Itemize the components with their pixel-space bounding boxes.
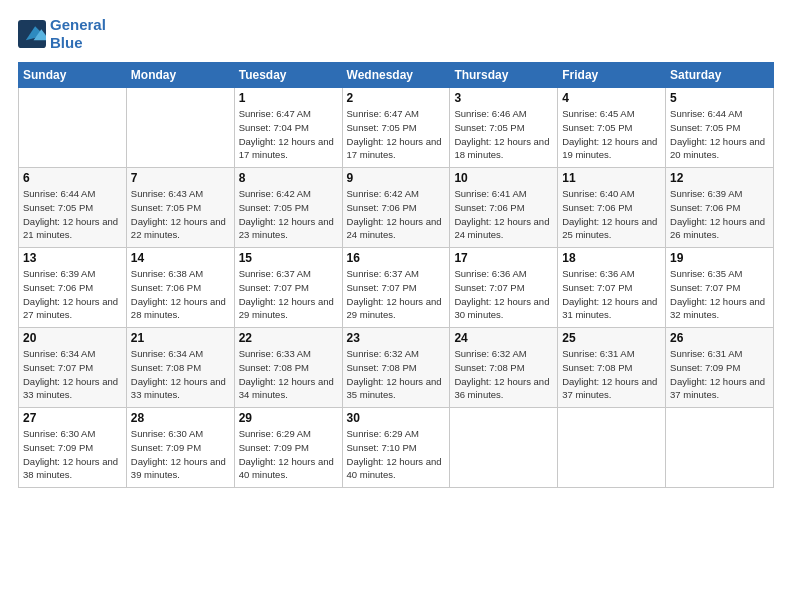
day-number: 23 — [347, 331, 446, 345]
day-number: 6 — [23, 171, 122, 185]
day-info: Sunrise: 6:47 AMSunset: 7:04 PMDaylight:… — [239, 107, 338, 162]
calendar-week-5: 27Sunrise: 6:30 AMSunset: 7:09 PMDayligh… — [19, 408, 774, 488]
calendar-table: SundayMondayTuesdayWednesdayThursdayFrid… — [18, 62, 774, 488]
day-number: 27 — [23, 411, 122, 425]
calendar-cell: 9Sunrise: 6:42 AMSunset: 7:06 PMDaylight… — [342, 168, 450, 248]
calendar-cell: 14Sunrise: 6:38 AMSunset: 7:06 PMDayligh… — [126, 248, 234, 328]
calendar-week-2: 6Sunrise: 6:44 AMSunset: 7:05 PMDaylight… — [19, 168, 774, 248]
calendar-cell: 27Sunrise: 6:30 AMSunset: 7:09 PMDayligh… — [19, 408, 127, 488]
calendar-week-1: 1Sunrise: 6:47 AMSunset: 7:04 PMDaylight… — [19, 88, 774, 168]
weekday-header-monday: Monday — [126, 63, 234, 88]
day-info: Sunrise: 6:42 AMSunset: 7:05 PMDaylight:… — [239, 187, 338, 242]
weekday-header-thursday: Thursday — [450, 63, 558, 88]
day-number: 13 — [23, 251, 122, 265]
calendar-page: General Blue SundayMondayTuesdayWednesda… — [0, 0, 792, 612]
calendar-cell: 1Sunrise: 6:47 AMSunset: 7:04 PMDaylight… — [234, 88, 342, 168]
day-number: 18 — [562, 251, 661, 265]
day-info: Sunrise: 6:46 AMSunset: 7:05 PMDaylight:… — [454, 107, 553, 162]
weekday-header-wednesday: Wednesday — [342, 63, 450, 88]
calendar-week-3: 13Sunrise: 6:39 AMSunset: 7:06 PMDayligh… — [19, 248, 774, 328]
day-number: 16 — [347, 251, 446, 265]
day-info: Sunrise: 6:30 AMSunset: 7:09 PMDaylight:… — [131, 427, 230, 482]
calendar-cell: 18Sunrise: 6:36 AMSunset: 7:07 PMDayligh… — [558, 248, 666, 328]
day-info: Sunrise: 6:44 AMSunset: 7:05 PMDaylight:… — [23, 187, 122, 242]
day-number: 5 — [670, 91, 769, 105]
day-info: Sunrise: 6:37 AMSunset: 7:07 PMDaylight:… — [239, 267, 338, 322]
calendar-cell: 12Sunrise: 6:39 AMSunset: 7:06 PMDayligh… — [666, 168, 774, 248]
day-info: Sunrise: 6:31 AMSunset: 7:08 PMDaylight:… — [562, 347, 661, 402]
calendar-cell: 11Sunrise: 6:40 AMSunset: 7:06 PMDayligh… — [558, 168, 666, 248]
day-number: 26 — [670, 331, 769, 345]
day-info: Sunrise: 6:44 AMSunset: 7:05 PMDaylight:… — [670, 107, 769, 162]
calendar-cell: 19Sunrise: 6:35 AMSunset: 7:07 PMDayligh… — [666, 248, 774, 328]
day-number: 20 — [23, 331, 122, 345]
calendar-cell: 6Sunrise: 6:44 AMSunset: 7:05 PMDaylight… — [19, 168, 127, 248]
calendar-cell: 17Sunrise: 6:36 AMSunset: 7:07 PMDayligh… — [450, 248, 558, 328]
day-number: 24 — [454, 331, 553, 345]
calendar-cell: 25Sunrise: 6:31 AMSunset: 7:08 PMDayligh… — [558, 328, 666, 408]
day-number: 9 — [347, 171, 446, 185]
day-number: 12 — [670, 171, 769, 185]
calendar-cell: 15Sunrise: 6:37 AMSunset: 7:07 PMDayligh… — [234, 248, 342, 328]
day-info: Sunrise: 6:32 AMSunset: 7:08 PMDaylight:… — [347, 347, 446, 402]
calendar-cell — [666, 408, 774, 488]
calendar-cell: 10Sunrise: 6:41 AMSunset: 7:06 PMDayligh… — [450, 168, 558, 248]
day-number: 15 — [239, 251, 338, 265]
weekday-header-sunday: Sunday — [19, 63, 127, 88]
day-info: Sunrise: 6:47 AMSunset: 7:05 PMDaylight:… — [347, 107, 446, 162]
weekday-header-row: SundayMondayTuesdayWednesdayThursdayFrid… — [19, 63, 774, 88]
calendar-cell — [558, 408, 666, 488]
weekday-header-saturday: Saturday — [666, 63, 774, 88]
day-info: Sunrise: 6:29 AMSunset: 7:10 PMDaylight:… — [347, 427, 446, 482]
logo-icon — [18, 20, 46, 48]
calendar-cell: 2Sunrise: 6:47 AMSunset: 7:05 PMDaylight… — [342, 88, 450, 168]
calendar-cell: 30Sunrise: 6:29 AMSunset: 7:10 PMDayligh… — [342, 408, 450, 488]
day-number: 22 — [239, 331, 338, 345]
day-number: 2 — [347, 91, 446, 105]
day-number: 14 — [131, 251, 230, 265]
header: General Blue — [18, 16, 774, 52]
weekday-header-tuesday: Tuesday — [234, 63, 342, 88]
calendar-cell: 21Sunrise: 6:34 AMSunset: 7:08 PMDayligh… — [126, 328, 234, 408]
day-info: Sunrise: 6:30 AMSunset: 7:09 PMDaylight:… — [23, 427, 122, 482]
logo: General Blue — [18, 16, 106, 52]
day-number: 1 — [239, 91, 338, 105]
day-info: Sunrise: 6:39 AMSunset: 7:06 PMDaylight:… — [23, 267, 122, 322]
calendar-cell: 23Sunrise: 6:32 AMSunset: 7:08 PMDayligh… — [342, 328, 450, 408]
day-number: 7 — [131, 171, 230, 185]
day-info: Sunrise: 6:35 AMSunset: 7:07 PMDaylight:… — [670, 267, 769, 322]
day-info: Sunrise: 6:43 AMSunset: 7:05 PMDaylight:… — [131, 187, 230, 242]
calendar-cell: 5Sunrise: 6:44 AMSunset: 7:05 PMDaylight… — [666, 88, 774, 168]
calendar-cell: 20Sunrise: 6:34 AMSunset: 7:07 PMDayligh… — [19, 328, 127, 408]
day-number: 10 — [454, 171, 553, 185]
calendar-cell: 13Sunrise: 6:39 AMSunset: 7:06 PMDayligh… — [19, 248, 127, 328]
day-number: 4 — [562, 91, 661, 105]
calendar-cell: 8Sunrise: 6:42 AMSunset: 7:05 PMDaylight… — [234, 168, 342, 248]
day-info: Sunrise: 6:38 AMSunset: 7:06 PMDaylight:… — [131, 267, 230, 322]
day-info: Sunrise: 6:40 AMSunset: 7:06 PMDaylight:… — [562, 187, 661, 242]
day-info: Sunrise: 6:45 AMSunset: 7:05 PMDaylight:… — [562, 107, 661, 162]
day-number: 30 — [347, 411, 446, 425]
day-number: 29 — [239, 411, 338, 425]
calendar-cell: 22Sunrise: 6:33 AMSunset: 7:08 PMDayligh… — [234, 328, 342, 408]
day-number: 19 — [670, 251, 769, 265]
calendar-cell — [19, 88, 127, 168]
weekday-header-friday: Friday — [558, 63, 666, 88]
calendar-cell: 3Sunrise: 6:46 AMSunset: 7:05 PMDaylight… — [450, 88, 558, 168]
calendar-week-4: 20Sunrise: 6:34 AMSunset: 7:07 PMDayligh… — [19, 328, 774, 408]
calendar-cell: 7Sunrise: 6:43 AMSunset: 7:05 PMDaylight… — [126, 168, 234, 248]
calendar-cell: 29Sunrise: 6:29 AMSunset: 7:09 PMDayligh… — [234, 408, 342, 488]
day-number: 11 — [562, 171, 661, 185]
day-info: Sunrise: 6:33 AMSunset: 7:08 PMDaylight:… — [239, 347, 338, 402]
calendar-cell: 24Sunrise: 6:32 AMSunset: 7:08 PMDayligh… — [450, 328, 558, 408]
day-number: 28 — [131, 411, 230, 425]
day-number: 21 — [131, 331, 230, 345]
day-info: Sunrise: 6:34 AMSunset: 7:08 PMDaylight:… — [131, 347, 230, 402]
calendar-cell — [450, 408, 558, 488]
day-info: Sunrise: 6:42 AMSunset: 7:06 PMDaylight:… — [347, 187, 446, 242]
calendar-cell: 28Sunrise: 6:30 AMSunset: 7:09 PMDayligh… — [126, 408, 234, 488]
day-info: Sunrise: 6:39 AMSunset: 7:06 PMDaylight:… — [670, 187, 769, 242]
day-number: 3 — [454, 91, 553, 105]
day-number: 8 — [239, 171, 338, 185]
day-info: Sunrise: 6:37 AMSunset: 7:07 PMDaylight:… — [347, 267, 446, 322]
